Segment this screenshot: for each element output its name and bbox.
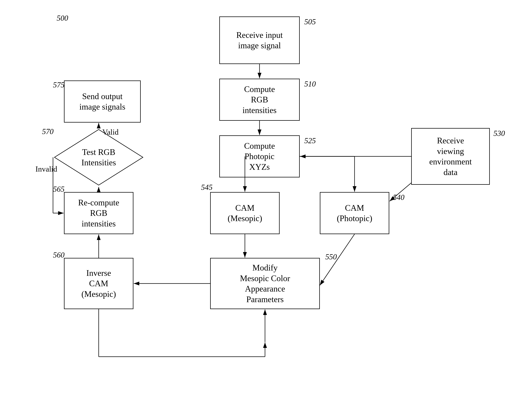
valid-label: Valid bbox=[102, 128, 119, 137]
label-570: 570 bbox=[42, 127, 54, 136]
compute-rgb-label: ComputeRGBintensities bbox=[243, 84, 277, 116]
label-575: 575 bbox=[53, 80, 65, 89]
label-545: 545 bbox=[201, 183, 213, 192]
label-525: 525 bbox=[304, 136, 316, 145]
cam-mesopic-label: CAM(Mesopic) bbox=[228, 203, 262, 224]
inverse-cam-label: InverseCAM(Mesopic) bbox=[81, 268, 116, 299]
cam-mesopic-box: CAM(Mesopic) bbox=[210, 192, 280, 234]
cam-photopic-label: CAM(Photopic) bbox=[337, 203, 372, 224]
diagram-title: 500 bbox=[57, 14, 68, 22]
cam-photopic-box: CAM(Photopic) bbox=[320, 192, 389, 234]
label-540: 540 bbox=[393, 193, 404, 202]
test-rgb-diamond: Test RGBIntensities bbox=[53, 128, 144, 186]
receive-input-box: Receive inputimage signal bbox=[219, 17, 300, 64]
label-530: 530 bbox=[494, 129, 505, 138]
test-rgb-label: Test RGBIntensities bbox=[81, 147, 116, 167]
recompute-rgb-box: Re-computeRGBintensities bbox=[64, 192, 133, 234]
send-output-box: Send outputimage signals bbox=[64, 80, 141, 123]
inverse-cam-box: InverseCAM(Mesopic) bbox=[64, 258, 133, 309]
diagram-container: 500 Receive inputimage signal 505 Comput… bbox=[0, 0, 532, 411]
svg-line-11 bbox=[320, 234, 354, 285]
compute-photopic-box: ComputePhotopicXYZs bbox=[219, 135, 300, 177]
compute-photopic-label: ComputePhotopicXYZs bbox=[244, 141, 275, 172]
modify-mesopic-box: ModifyMesopic ColorAppearanceParameters bbox=[210, 258, 320, 309]
modify-mesopic-label: ModifyMesopic ColorAppearanceParameters bbox=[240, 263, 290, 304]
label-505: 505 bbox=[304, 17, 316, 26]
receive-viewing-label: Receiveviewingenvironmentdata bbox=[429, 135, 472, 177]
receive-input-label: Receive inputimage signal bbox=[236, 30, 283, 51]
compute-rgb-box: ComputeRGBintensities bbox=[219, 79, 300, 121]
label-550: 550 bbox=[325, 252, 337, 261]
label-510: 510 bbox=[304, 79, 316, 88]
recompute-rgb-label: Re-computeRGBintensities bbox=[78, 197, 119, 229]
receive-viewing-box: Receiveviewingenvironmentdata bbox=[411, 128, 490, 185]
label-560: 560 bbox=[53, 251, 65, 259]
send-output-label: Send outputimage signals bbox=[79, 91, 125, 112]
